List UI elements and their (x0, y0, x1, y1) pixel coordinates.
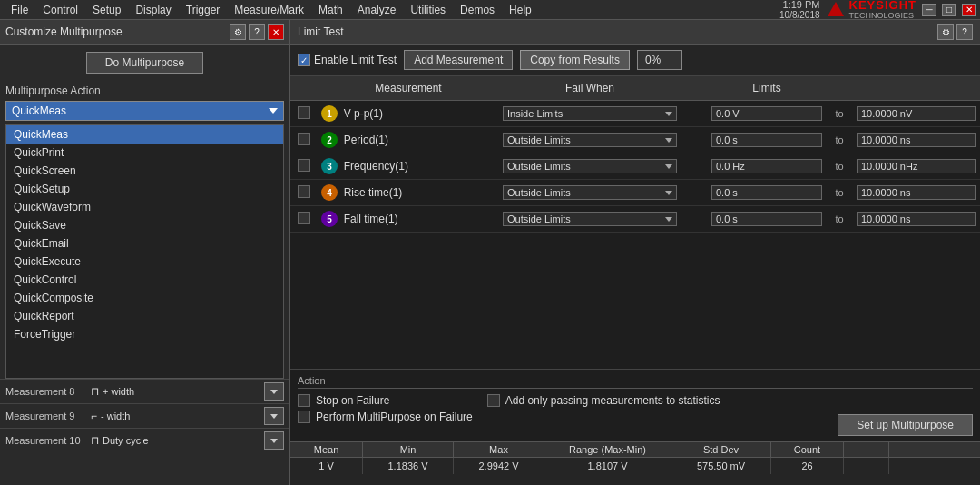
meas-icon-9: ⌐ (91, 410, 97, 422)
right-help-icon-btn[interactable]: ? (956, 24, 973, 40)
row3-checkbox[interactable] (298, 159, 310, 172)
row3-from-input[interactable] (711, 159, 822, 173)
row3-num-circle: 3 (321, 158, 338, 174)
action-list[interactable]: QuickMeas QuickPrint QuickScreen QuickSe… (5, 124, 284, 379)
row5-to-val[interactable] (853, 210, 980, 228)
help-icon-btn[interactable]: ? (249, 24, 265, 40)
row4-checkbox[interactable] (298, 185, 310, 198)
list-item-quickmeas[interactable]: QuickMeas (6, 125, 283, 144)
copy-from-results-button[interactable]: Copy from Results (520, 50, 630, 70)
row2-checkbox[interactable] (298, 133, 310, 145)
row4-fail-when[interactable]: Outside Limits (499, 183, 681, 202)
close-button[interactable]: ✕ (962, 4, 976, 16)
setup-multipurpose-button[interactable]: Set up Multipurpose (838, 414, 973, 436)
row3-from-val[interactable] (708, 157, 826, 175)
meas-dropdown-btn-8[interactable] (264, 382, 284, 401)
perform-multipurpose-checkbox[interactable] (298, 411, 310, 423)
row3-fail-dropdown[interactable]: Outside Limits (503, 159, 677, 173)
row1-to-input[interactable] (857, 106, 976, 121)
close-panel-btn[interactable]: ✕ (268, 24, 284, 40)
list-item-quickscreen[interactable]: QuickScreen (6, 162, 283, 180)
row1-to-val[interactable] (853, 104, 980, 123)
menu-item-control[interactable]: Control (35, 2, 85, 18)
row1-checkbox[interactable] (298, 106, 310, 119)
menu-item-math[interactable]: Math (311, 2, 350, 18)
add-passing-checkbox[interactable] (487, 394, 500, 407)
dropdown-selected[interactable]: QuickMeas (5, 101, 284, 121)
left-panel-header: Customize Multipurpose ⚙ ? ✕ (0, 20, 289, 45)
meas-dropdown-btn-9[interactable] (264, 407, 284, 425)
menu-item-demos[interactable]: Demos (453, 2, 502, 18)
row1-fail-dropdown[interactable]: Inside Limits (503, 106, 677, 121)
do-multipurpose-button[interactable]: Do Multipurpose (86, 52, 203, 74)
list-item-quickcontrol[interactable]: QuickControl (6, 271, 283, 289)
list-item-quickreport[interactable]: QuickReport (6, 307, 283, 325)
right-settings-icon-btn[interactable]: ⚙ (937, 24, 954, 40)
row5-fail-dropdown[interactable]: Outside Limits (503, 212, 677, 226)
row2-to-input[interactable] (857, 133, 976, 147)
menu-item-utilities[interactable]: Utilities (403, 2, 453, 18)
row1-from-val[interactable] (708, 104, 826, 123)
row4-to-val[interactable] (853, 183, 980, 202)
row4-to-label (681, 191, 708, 194)
meas-dropdown-btn-10[interactable] (264, 431, 284, 450)
list-item-quickemail[interactable]: QuickEmail (6, 234, 283, 252)
meas-name-9: - width (101, 411, 260, 421)
row3-checkbox-cell (290, 157, 318, 176)
row5-from-input[interactable] (711, 212, 822, 226)
row2-from-val[interactable] (708, 131, 826, 149)
keysight-icon (826, 0, 846, 20)
enable-checkbox-el[interactable]: ✓ (298, 54, 310, 66)
list-item-quickcomposite[interactable]: QuickComposite (6, 289, 283, 307)
row2-from-input[interactable] (711, 133, 822, 147)
menu-item-setup[interactable]: Setup (85, 2, 128, 18)
enable-limit-test-checkbox[interactable]: ✓ Enable Limit Test (298, 54, 397, 66)
row4-from-input[interactable] (711, 185, 822, 200)
maximize-button[interactable]: □ (942, 4, 956, 16)
meas-icon-10: ⊓ (91, 434, 99, 447)
th-limits2 (853, 80, 980, 96)
row2-fail-when[interactable]: Outside Limits (499, 131, 681, 149)
add-measurement-button[interactable]: Add Measurement (404, 50, 513, 70)
menu-item-file[interactable]: File (4, 2, 35, 18)
list-item-forcetrigger[interactable]: ForceTrigger (6, 325, 283, 343)
menu-item-display[interactable]: Display (128, 2, 178, 18)
list-item-quicksetup[interactable]: QuickSetup (6, 180, 283, 198)
row2-to-val[interactable] (853, 131, 980, 149)
stop-on-failure-row: Stop on Failure (298, 394, 473, 407)
row3-to-input[interactable] (857, 159, 976, 173)
list-item-quickexecute[interactable]: QuickExecute (6, 252, 283, 271)
stats-header: Mean Min Max Range (Max-Min) Std Dev Cou… (290, 442, 980, 458)
menu-item-measure[interactable]: Measure/Mark (227, 2, 311, 18)
stats-bar: Mean Min Max Range (Max-Min) Std Dev Cou… (290, 441, 980, 485)
row2-fail-dropdown[interactable]: Outside Limits (503, 133, 677, 147)
multipurpose-dropdown[interactable]: QuickMeas (5, 101, 284, 121)
row1-fail-when[interactable]: Inside Limits (499, 104, 681, 123)
row5-to-input[interactable] (857, 212, 976, 226)
svg-marker-0 (828, 2, 844, 16)
row4-fail-arrow-icon (665, 191, 672, 195)
row4-fail-dropdown[interactable]: Outside Limits (503, 185, 677, 200)
list-item-quickprint[interactable]: QuickPrint (6, 144, 283, 162)
menu-item-trigger[interactable]: Trigger (179, 2, 228, 18)
menu-item-analyze[interactable]: Analyze (350, 2, 404, 18)
stop-on-failure-checkbox[interactable] (298, 394, 310, 407)
settings-icon-btn[interactable]: ⚙ (230, 24, 246, 40)
row5-num-circle: 5 (321, 211, 338, 227)
row4-to-input[interactable] (857, 185, 976, 200)
row3-fail-when[interactable]: Outside Limits (499, 157, 681, 175)
stats-val-min: 1.1836 V (363, 458, 454, 474)
minimize-button[interactable]: ─ (922, 4, 936, 16)
list-item-quicksave[interactable]: QuickSave (6, 216, 283, 234)
add-passing-label: Add only passing measurements to statist… (505, 394, 720, 407)
right-panel-icons: ⚙ ? (937, 24, 973, 40)
row1-from-input[interactable] (711, 106, 822, 121)
row5-from-val[interactable] (708, 210, 826, 228)
row5-fail-when[interactable]: Outside Limits (499, 210, 681, 228)
row3-to-val[interactable] (853, 157, 980, 175)
right-panel-header: Limit Test ⚙ ? (290, 20, 980, 45)
row4-from-val[interactable] (708, 183, 826, 202)
menu-item-help[interactable]: Help (502, 2, 539, 18)
list-item-quickwaveform[interactable]: QuickWaveform (6, 198, 283, 216)
row5-checkbox[interactable] (298, 212, 310, 224)
